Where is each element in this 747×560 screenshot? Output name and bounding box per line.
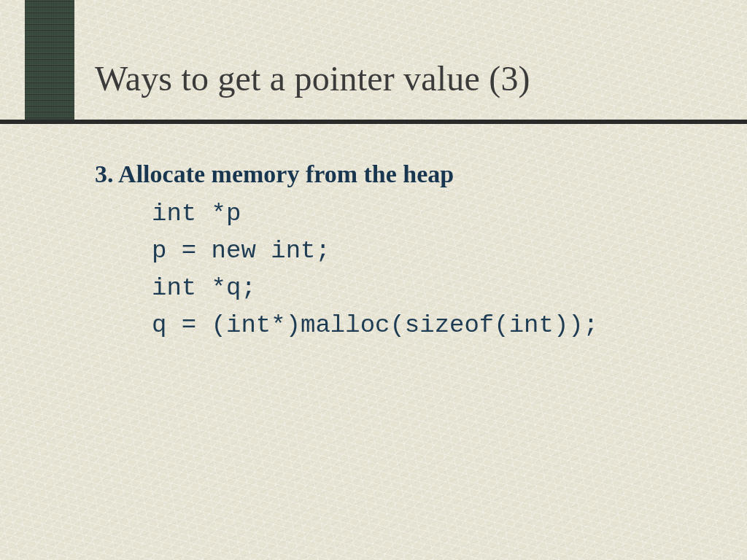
code-line: int *q; [152,274,256,302]
horizontal-rule [0,120,747,124]
section-heading: 3. Allocate memory from the heap [95,160,703,188]
code-line: int *p [152,200,241,228]
slide-body: 3. Allocate memory from the heap int *p … [95,160,703,344]
slide-title: Ways to get a pointer value (3) [95,58,530,98]
code-line: q = (int*)malloc(sizeof(int)); [152,311,598,339]
slide: Ways to get a pointer value (3) 3. Alloc… [0,0,747,560]
code-block: int *p p = new int; int *q; q = (int*)ma… [152,195,703,344]
code-line: p = new int; [152,237,330,265]
corner-ornament [25,0,74,120]
